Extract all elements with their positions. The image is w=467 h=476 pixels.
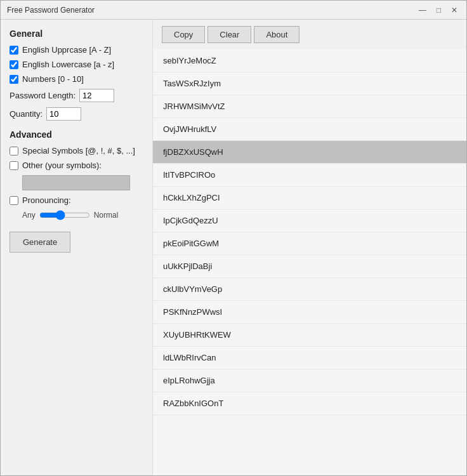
checkbox-row-pronouncing: Pronouncing: [10, 195, 143, 205]
password-length-input[interactable] [79, 89, 114, 102]
checkbox-other-label: Other (your symbols): [22, 161, 102, 170]
checkbox-numbers[interactable] [10, 75, 18, 84]
content-area: General English Upprcase [A - Z] English… [1, 20, 466, 475]
list-item[interactable]: ckUlbVYmVeGp [153, 278, 466, 301]
titlebar-controls: — □ ✕ [416, 6, 460, 15]
clear-button[interactable]: Clear [207, 26, 251, 43]
titlebar-title: Free Password Generator [7, 6, 95, 15]
checkbox-numbers-label: Numbers [0 - 10] [22, 74, 84, 84]
about-button[interactable]: About [254, 26, 299, 43]
list-item[interactable]: fjDBZXxUSQwH [153, 141, 466, 164]
checkbox-lowercase[interactable] [10, 60, 18, 69]
checkbox-row-symbols: Special Symbols [@, !, #, $, ...] [10, 146, 143, 155]
close-button[interactable]: ✕ [449, 6, 460, 15]
checkbox-pronouncing[interactable] [10, 196, 18, 205]
list-item[interactable]: TasWSxRJzIym [153, 72, 466, 95]
list-item[interactable]: sebIYrJeMocZ [153, 50, 466, 72]
pronouncing-any-label: Any [22, 211, 36, 220]
right-panel: Copy Clear About sebIYrJeMocZTasWSxRJzIy… [153, 20, 466, 475]
pronouncing-slider[interactable] [39, 210, 90, 220]
list-item[interactable]: ldLWbRIrvCan [153, 347, 466, 369]
checkbox-row-other: Other (your symbols): [10, 161, 143, 170]
list-item[interactable]: pkEoiPitGGwM [153, 232, 466, 255]
pronouncing-slider-row: Any Normal [22, 210, 143, 220]
list-item[interactable]: ItITvBPCIROo [153, 164, 466, 187]
checkbox-uppercase-label: English Upprcase [A - Z] [22, 45, 111, 55]
copy-button[interactable]: Copy [162, 26, 205, 43]
minimize-button[interactable]: — [416, 6, 429, 15]
checkbox-uppercase[interactable] [10, 46, 18, 55]
list-item[interactable]: JRHWMSiMvVtZ [153, 95, 466, 118]
advanced-section-title: Advanced [10, 129, 143, 140]
checkbox-row-lower: English Lowercase [a - z] [10, 60, 143, 69]
advanced-section: Advanced Special Symbols [@, !, #, $, ..… [10, 129, 143, 220]
checkbox-pronouncing-label: Pronouncing: [22, 195, 71, 205]
checkbox-row-upper: English Upprcase [A - Z] [10, 45, 143, 55]
password-length-label: Password Length: [10, 91, 76, 100]
quantity-row: Quantity: [10, 107, 143, 121]
quantity-input[interactable] [46, 107, 81, 121]
checkbox-symbols-label: Special Symbols [@, !, #, $, ...] [22, 146, 135, 155]
pronouncing-normal-label: Normal [94, 211, 119, 220]
checkbox-row-numbers: Numbers [0 - 10] [10, 74, 143, 84]
checkbox-symbols[interactable] [10, 147, 18, 155]
list-item[interactable]: PSKfNnzPWwsI [153, 301, 466, 324]
list-item[interactable]: uUkKPjlDaBji [153, 255, 466, 278]
checkbox-lowercase-label: English Lowercase [a - z] [22, 60, 114, 69]
other-symbols-input[interactable] [22, 175, 130, 190]
list-item[interactable]: hCkkLXhZgPCI [153, 187, 466, 209]
list-item[interactable]: IpCjkGdQezzU [153, 209, 466, 232]
generate-button[interactable]: Generate [10, 232, 70, 253]
list-item[interactable]: eIpLRohwGjja [153, 369, 466, 392]
quantity-label: Quantity: [10, 109, 43, 119]
app-window: Free Password Generator — □ ✕ General En… [0, 0, 467, 476]
password-length-row: Password Length: [10, 89, 143, 102]
general-section-title: General [10, 29, 143, 39]
maximize-button[interactable]: □ [434, 6, 444, 15]
checkbox-other[interactable] [10, 161, 18, 170]
password-list: sebIYrJeMocZTasWSxRJzIymJRHWMSiMvVtZOvjJ… [153, 50, 466, 475]
right-toolbar: Copy Clear About [153, 20, 466, 50]
list-item[interactable]: XUyUBHRtKWEW [153, 324, 466, 347]
list-item[interactable]: RAZbbKnIGOnT [153, 392, 466, 415]
list-item[interactable]: OvjJWHrukfLV [153, 118, 466, 141]
titlebar: Free Password Generator — □ ✕ [1, 1, 466, 20]
left-panel: General English Upprcase [A - Z] English… [1, 20, 153, 475]
